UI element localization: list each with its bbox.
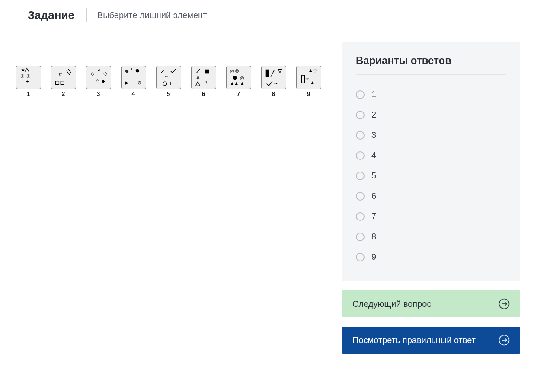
answer-option-5[interactable]: 5 bbox=[356, 166, 506, 186]
svg-text:◆: ◆ bbox=[101, 79, 105, 83]
svg-text:▲: ▲ bbox=[310, 80, 314, 85]
svg-text:▲: ▲ bbox=[240, 80, 244, 86]
radio-icon bbox=[356, 253, 365, 261]
reveal-answer-button[interactable]: Посмотреть правильный ответ bbox=[342, 327, 520, 354]
tiles-row: ★ ◎ ◎ + 1 # bbox=[14, 66, 328, 98]
tile-wrap-3: ◇ ^ ◇ ⇧ ◆ 3 bbox=[84, 66, 113, 97]
tile-4: ⊗ * ▶ ⊗ bbox=[121, 66, 146, 89]
svg-text:+: + bbox=[26, 79, 29, 85]
tile-2: # ~ bbox=[51, 66, 76, 89]
svg-line-25 bbox=[196, 69, 200, 73]
answer-option-1[interactable]: 1 bbox=[356, 84, 506, 105]
question-panel: ★ ◎ ◎ + 1 # bbox=[14, 42, 328, 354]
svg-point-32 bbox=[233, 76, 237, 80]
svg-rect-43 bbox=[301, 75, 304, 83]
svg-text:~: ~ bbox=[274, 80, 277, 86]
svg-rect-8 bbox=[55, 81, 59, 85]
content-area: ★ ◎ ◎ + 1 # bbox=[0, 30, 534, 354]
answers-divider bbox=[356, 74, 506, 75]
option-label: 9 bbox=[371, 252, 376, 262]
tile-label: 4 bbox=[132, 91, 135, 97]
option-label: 3 bbox=[371, 130, 376, 140]
svg-text:◎: ◎ bbox=[20, 73, 24, 78]
tile-7: ◎ ◎ ◎ ▲ ▲ ▲ bbox=[226, 66, 251, 89]
next-button-label: Следующий вопрос bbox=[352, 299, 431, 309]
svg-line-21 bbox=[160, 70, 164, 73]
svg-point-23 bbox=[163, 82, 167, 86]
svg-marker-1 bbox=[25, 68, 29, 72]
tile-wrap-7: ◎ ◎ ◎ ▲ ▲ ▲ 7 bbox=[224, 66, 253, 97]
svg-rect-37 bbox=[265, 70, 269, 77]
option-label: 8 bbox=[371, 232, 376, 242]
svg-text:#: # bbox=[58, 71, 62, 77]
tile-1: ★ ◎ ◎ + bbox=[16, 66, 41, 89]
radio-icon bbox=[356, 90, 365, 99]
tile-label: 8 bbox=[272, 91, 275, 97]
svg-text:◇: ◇ bbox=[103, 71, 107, 76]
svg-text:☆: ☆ bbox=[305, 76, 309, 81]
svg-text:^: ^ bbox=[98, 68, 101, 73]
tile-wrap-2: # ~ 2 bbox=[49, 66, 78, 97]
radio-icon bbox=[356, 192, 365, 201]
answer-option-7[interactable]: 7 bbox=[356, 206, 506, 226]
answer-option-3[interactable]: 3 bbox=[356, 125, 506, 145]
svg-text:⊗: ⊗ bbox=[137, 80, 141, 85]
tile-label: 2 bbox=[62, 91, 65, 97]
answer-option-2[interactable]: 2 bbox=[356, 105, 506, 125]
tile-wrap-8: ~ 8 bbox=[259, 66, 288, 97]
svg-text:▶: ▶ bbox=[125, 80, 128, 85]
answer-option-6[interactable]: 6 bbox=[356, 186, 506, 206]
tile-label: 5 bbox=[167, 91, 170, 97]
svg-rect-26 bbox=[205, 70, 209, 74]
answers-title: Варианты ответов bbox=[356, 54, 506, 67]
svg-text:◎: ◎ bbox=[240, 75, 244, 80]
svg-text:⇧: ⇧ bbox=[95, 78, 100, 85]
tile-wrap-1: ★ ◎ ◎ + 1 bbox=[14, 66, 43, 97]
tile-wrap-9: ▲ ♡ ☆ ▲ 9 bbox=[294, 66, 323, 97]
svg-text:+: + bbox=[169, 80, 172, 86]
tile-label: 1 bbox=[27, 91, 30, 97]
svg-text:⊗: ⊗ bbox=[125, 68, 128, 73]
option-label: 5 bbox=[371, 171, 376, 181]
option-label: 7 bbox=[371, 211, 376, 221]
svg-text:◇: ◇ bbox=[90, 71, 94, 76]
tile-3: ◇ ^ ◇ ⇧ ◆ bbox=[86, 66, 111, 89]
answer-option-9[interactable]: 9 bbox=[356, 247, 506, 267]
answer-option-4[interactable]: 4 bbox=[356, 145, 506, 166]
tile-wrap-5: ~ + 5 bbox=[154, 66, 183, 97]
option-label: 2 bbox=[371, 110, 376, 120]
svg-text:◎: ◎ bbox=[235, 68, 239, 73]
answers-card: Варианты ответов 1 2 3 4 5 bbox=[342, 42, 520, 281]
svg-text:~: ~ bbox=[165, 74, 168, 80]
tile-label: 9 bbox=[307, 91, 310, 97]
svg-text:▲: ▲ bbox=[234, 80, 238, 86]
svg-text:◎: ◎ bbox=[26, 73, 31, 78]
arrow-right-circle-icon bbox=[499, 298, 510, 309]
radio-icon bbox=[356, 233, 365, 241]
tile-9: ▲ ♡ ☆ ▲ bbox=[296, 66, 321, 89]
svg-line-7 bbox=[66, 71, 70, 75]
svg-point-18 bbox=[135, 69, 139, 73]
radio-icon bbox=[356, 131, 365, 140]
header-divider bbox=[86, 8, 87, 22]
svg-text:~: ~ bbox=[66, 80, 69, 86]
svg-text:♡: ♡ bbox=[312, 68, 317, 73]
answer-option-8[interactable]: 8 bbox=[356, 226, 506, 247]
next-question-button[interactable]: Следующий вопрос bbox=[342, 290, 520, 317]
svg-marker-28 bbox=[195, 82, 200, 86]
tile-wrap-4: ⊗ * ▶ ⊗ 4 bbox=[119, 66, 148, 97]
reveal-button-label: Посмотреть правильный ответ bbox=[352, 335, 476, 345]
radio-icon bbox=[356, 212, 365, 221]
radio-icon bbox=[356, 172, 365, 180]
tile-label: 6 bbox=[202, 91, 205, 97]
option-label: 4 bbox=[371, 150, 376, 160]
task-header: Задание Выберите лишний элемент bbox=[14, 0, 520, 30]
svg-rect-9 bbox=[61, 81, 64, 85]
tile-6: # # bbox=[191, 66, 216, 89]
radio-icon bbox=[356, 111, 365, 119]
svg-text:*: * bbox=[131, 67, 133, 73]
svg-marker-39 bbox=[278, 70, 281, 73]
svg-text:◎: ◎ bbox=[230, 68, 234, 73]
svg-text:#: # bbox=[196, 75, 199, 81]
option-label: 6 bbox=[371, 191, 376, 201]
